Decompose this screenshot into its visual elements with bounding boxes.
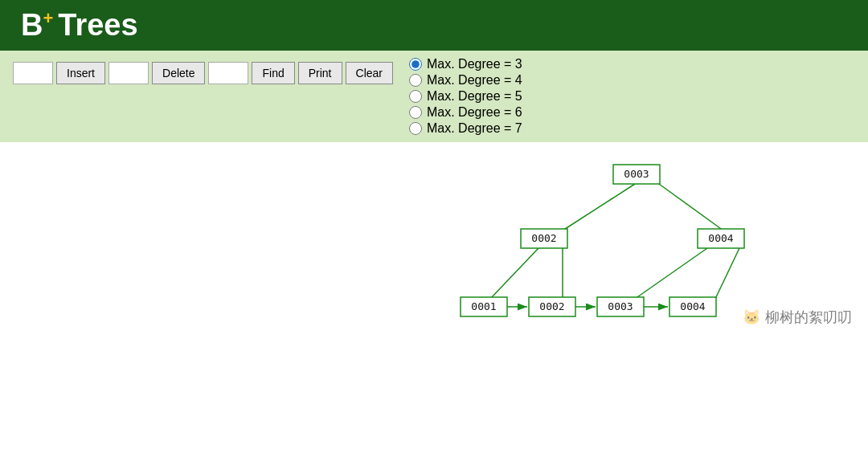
radio-controls: Max. Degree = 3Max. Degree = 4Max. Degre…	[409, 57, 522, 136]
radio-item-degree-5[interactable]: Max. Degree = 5	[409, 89, 522, 104]
node-root-label: 0003	[624, 168, 649, 180]
delete-input[interactable]	[108, 62, 149, 84]
node-leaf2-label: 0002	[539, 300, 564, 312]
edge-midleft-leaf1	[490, 248, 538, 299]
edge-root-midright	[659, 184, 723, 230]
radio-item-degree-3[interactable]: Max. Degree = 3	[409, 57, 522, 71]
radio-item-degree-4[interactable]: Max. Degree = 4	[409, 73, 522, 88]
radio-degree-3[interactable]	[409, 58, 422, 71]
app-title: B+Trees	[16, 8, 138, 43]
tree-visualization: 0003 0002 0004 0001 0002 0003 0004	[0, 142, 868, 343]
insert-input[interactable]	[13, 62, 53, 84]
node-leaf1-label: 0001	[471, 300, 496, 312]
radio-label-degree-7: Max. Degree = 7	[427, 121, 522, 136]
print-button[interactable]: Print	[298, 62, 342, 84]
radio-label-degree-5: Max. Degree = 5	[427, 89, 522, 104]
node-midright-label: 0004	[708, 232, 733, 244]
watermark: 🐱 柳树的絮叨叨	[743, 308, 852, 327]
title-plus: +	[43, 8, 53, 28]
node-leaf4-label: 0004	[680, 300, 705, 312]
radio-label-degree-3: Max. Degree = 3	[427, 57, 522, 71]
radio-degree-5[interactable]	[409, 90, 422, 103]
radio-item-degree-7[interactable]: Max. Degree = 7	[409, 121, 522, 136]
edge-midright-leaf4	[715, 248, 739, 299]
watermark-icon: 🐱	[743, 308, 760, 326]
controls-bar: Insert Delete Find Print Clear Max. Degr…	[0, 51, 868, 142]
input-controls: Insert Delete Find Print Clear	[13, 57, 393, 84]
edge-root-midleft	[563, 184, 635, 230]
node-leaf3-label: 0003	[608, 300, 633, 312]
clear-button[interactable]: Clear	[346, 62, 393, 84]
edge-midright-leaf3	[635, 248, 707, 299]
node-midleft-label: 0002	[531, 232, 556, 244]
title-b: B+	[21, 8, 53, 42]
header: B+Trees	[0, 0, 868, 51]
delete-button[interactable]: Delete	[152, 62, 205, 84]
radio-label-degree-6: Max. Degree = 6	[427, 105, 522, 120]
radio-item-degree-6[interactable]: Max. Degree = 6	[409, 105, 522, 120]
radio-label-degree-4: Max. Degree = 4	[427, 73, 522, 88]
insert-button[interactable]: Insert	[56, 62, 105, 84]
watermark-text: 柳树的絮叨叨	[765, 308, 852, 327]
title-trees: Trees	[58, 8, 137, 42]
find-input[interactable]	[208, 62, 248, 84]
find-button[interactable]: Find	[252, 62, 294, 84]
tree-area: 0003 0002 0004 0001 0002 0003 0004 🐱 柳树的…	[0, 142, 868, 343]
radio-degree-7[interactable]	[409, 122, 422, 135]
radio-degree-4[interactable]	[409, 74, 422, 87]
radio-degree-6[interactable]	[409, 106, 422, 119]
